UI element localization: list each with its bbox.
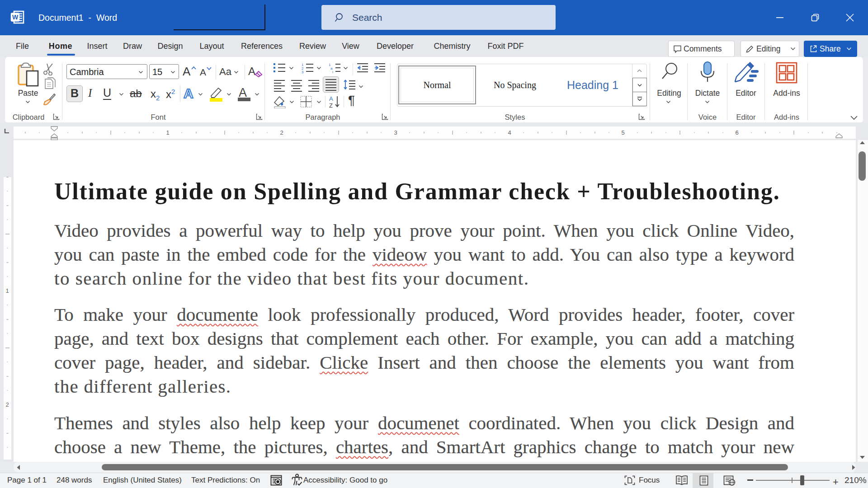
svg-text:5: 5 [621, 129, 624, 136]
svg-text:3: 3 [394, 129, 397, 136]
svg-text:2: 2 [5, 401, 9, 408]
svg-text:6: 6 [735, 129, 738, 136]
svg-text:1: 1 [166, 129, 169, 136]
svg-text:4: 4 [508, 129, 511, 136]
svg-text:2: 2 [280, 129, 283, 136]
svg-text:1: 1 [5, 287, 9, 294]
